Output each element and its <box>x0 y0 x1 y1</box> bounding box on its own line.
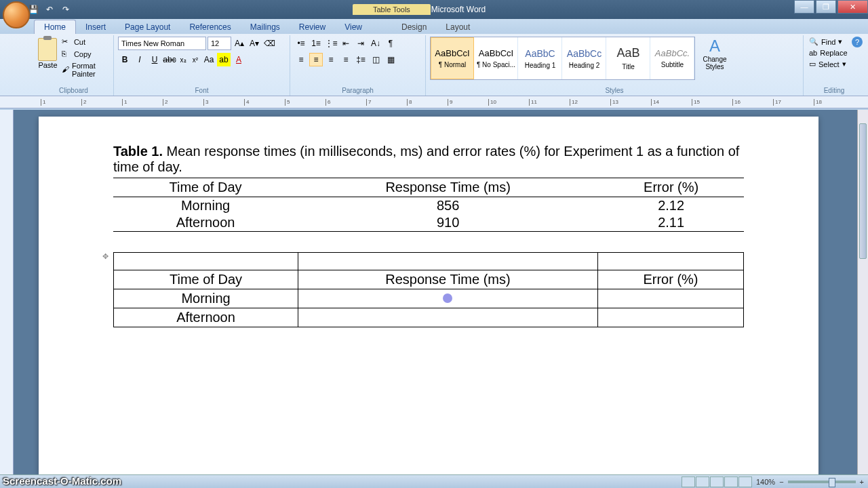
find-button[interactable]: 🔍Find ▾ <box>808 37 861 47</box>
paste-button[interactable]: Paste <box>38 37 58 94</box>
tab-references[interactable]: References <box>180 20 240 34</box>
vertical-ruler[interactable] <box>0 110 14 474</box>
align-right-button[interactable]: ≡ <box>324 53 338 66</box>
select-button[interactable]: ▭Select ▾ <box>808 59 861 69</box>
undo-icon[interactable]: ↶ <box>43 3 56 16</box>
group-clipboard: Paste ✂Cut ⎘Copy 🖌Format Painter Clipboa… <box>34 35 114 96</box>
tab-review[interactable]: Review <box>290 20 335 34</box>
replace-icon: ab <box>809 49 817 57</box>
group-editing: 🔍Find ▾ abReplace ▭Select ▾ Editing <box>804 35 865 96</box>
tab-layout[interactable]: Layout <box>436 20 479 34</box>
zoom-in-button[interactable]: + <box>860 478 864 486</box>
multilevel-button[interactable]: ⋮≡ <box>324 37 338 50</box>
subscript-button[interactable]: x₂ <box>178 53 189 66</box>
change-styles-button[interactable]: A Change Styles <box>698 37 732 94</box>
zoom-out-button[interactable]: − <box>779 478 783 486</box>
sort-button[interactable]: A↓ <box>369 37 382 50</box>
highlight-button[interactable]: ab <box>217 53 231 66</box>
style-subtitle[interactable]: AaBbCc.Subtitle <box>651 37 694 79</box>
superscript-button[interactable]: x² <box>190 53 201 66</box>
document-area: Table 1. Mean response times (in millise… <box>0 110 857 474</box>
contextual-tab-group: Table Tools <box>353 4 431 15</box>
cursor-indicator <box>443 293 452 303</box>
minimize-button[interactable]: — <box>794 0 814 14</box>
table-row: Time of Day Response Time (ms) Error (%) <box>114 270 744 289</box>
align-center-button[interactable]: ≡ <box>309 53 323 66</box>
show-marks-button[interactable]: ¶ <box>384 37 397 50</box>
align-left-button[interactable]: ≡ <box>294 53 308 66</box>
styles-gallery[interactable]: AaBbCcI¶ Normal AaBbCcI¶ No Spaci... AaB… <box>430 37 695 80</box>
quick-access-toolbar: 💾 ↶ ↷ <box>27 3 72 16</box>
ribbon: ? Paste ✂Cut ⎘Copy 🖌Format Painter Clipb… <box>0 34 868 96</box>
horizontal-ruler[interactable]: 12123456789101112131415161718 <box>0 96 868 108</box>
table-move-handle-icon[interactable]: ✥ <box>102 252 108 261</box>
decrease-indent-button[interactable]: ⇤ <box>339 37 353 50</box>
tab-home[interactable]: Home <box>34 20 76 34</box>
font-size-input[interactable] <box>208 37 231 50</box>
brush-icon: 🖌 <box>62 65 69 75</box>
zoom-level[interactable]: 140% <box>756 478 775 486</box>
shrink-font-button[interactable]: A▾ <box>248 37 261 50</box>
select-icon: ▭ <box>809 60 816 68</box>
change-styles-icon: A <box>709 37 720 56</box>
format-painter-button[interactable]: 🖌Format Painter <box>60 61 109 79</box>
borders-button[interactable]: ▦ <box>384 53 397 66</box>
scrollbar-thumb[interactable] <box>859 123 867 259</box>
table-row: Morning8562.12 <box>113 197 744 215</box>
bold-button[interactable]: B <box>118 53 132 66</box>
tab-design[interactable]: Design <box>392 20 436 34</box>
font-color-button[interactable]: A <box>232 53 245 66</box>
cut-button[interactable]: ✂Cut <box>60 37 109 47</box>
print-layout-view-button[interactable] <box>682 476 695 487</box>
web-layout-view-button[interactable] <box>710 476 724 487</box>
group-styles: AaBbCcI¶ Normal AaBbCcI¶ No Spaci... AaB… <box>426 35 804 96</box>
numbering-button[interactable]: 1≡ <box>309 37 323 50</box>
clear-format-button[interactable]: ⌫ <box>262 37 276 50</box>
zoom-slider[interactable] <box>788 481 856 483</box>
justify-button[interactable]: ≡ <box>339 53 353 66</box>
outline-view-button[interactable] <box>724 476 738 487</box>
draft-view-button[interactable] <box>738 476 752 487</box>
grid-table[interactable]: Time of Day Response Time (ms) Error (%)… <box>113 252 744 327</box>
change-case-button[interactable]: Aa <box>202 53 216 66</box>
vertical-scrollbar[interactable] <box>857 110 868 474</box>
maximize-button[interactable]: ❐ <box>816 0 836 14</box>
tab-page-layout[interactable]: Page Layout <box>115 20 180 34</box>
style-heading-1[interactable]: AaBbCHeading 1 <box>519 37 562 79</box>
close-button[interactable]: ✕ <box>837 0 868 14</box>
copy-button[interactable]: ⎘Copy <box>60 49 109 60</box>
style-no-spacing[interactable]: AaBbCcI¶ No Spaci... <box>475 37 518 79</box>
italic-button[interactable]: I <box>133 53 146 66</box>
strikethrough-button[interactable]: abc <box>163 53 176 66</box>
tab-insert[interactable]: Insert <box>76 20 115 34</box>
font-name-input[interactable] <box>118 37 206 50</box>
find-icon: 🔍 <box>809 37 818 46</box>
table-row: Afternoon9102.11 <box>113 214 744 232</box>
underline-button[interactable]: U <box>148 53 161 66</box>
redo-icon[interactable]: ↷ <box>60 3 72 16</box>
office-button[interactable] <box>3 1 30 28</box>
style-normal[interactable]: AaBbCcI¶ Normal <box>431 37 474 79</box>
style-title[interactable]: AaBTitle <box>607 37 650 79</box>
group-font: A▴ A▾ ⌫ B I U abc x₂ x² Aa ab A Font <box>114 35 290 96</box>
tab-view[interactable]: View <box>335 20 372 34</box>
full-screen-view-button[interactable] <box>696 476 709 487</box>
copy-icon: ⎘ <box>62 49 71 59</box>
paste-icon <box>38 38 57 61</box>
title-bar: 💾 ↶ ↷ Document1 - Microsoft Word Table T… <box>0 0 868 19</box>
table-row: Morning <box>114 289 744 308</box>
apa-table: Time of Day Response Time (ms) Error (%)… <box>113 178 744 232</box>
scissors-icon: ✂ <box>62 37 71 47</box>
status-bar: 140% − + <box>0 474 868 488</box>
group-paragraph: •≡ 1≡ ⋮≡ ⇤ ⇥ A↓ ¶ ≡ ≡ ≡ ≡ ‡≡ ◫ ▦ Paragra… <box>290 35 426 96</box>
tab-mailings[interactable]: Mailings <box>241 20 290 34</box>
line-spacing-button[interactable]: ‡≡ <box>354 53 368 66</box>
bullets-button[interactable]: •≡ <box>294 37 308 50</box>
increase-indent-button[interactable]: ⇥ <box>354 37 368 50</box>
shading-button[interactable]: ◫ <box>369 53 382 66</box>
replace-button[interactable]: abReplace <box>808 48 861 58</box>
page[interactable]: Table 1. Mean response times (in millise… <box>39 117 818 474</box>
grow-font-button[interactable]: A▴ <box>233 37 246 50</box>
watermark: Screencast-O-Matic.com <box>3 475 121 487</box>
style-heading-2[interactable]: AaBbCcHeading 2 <box>563 37 606 79</box>
